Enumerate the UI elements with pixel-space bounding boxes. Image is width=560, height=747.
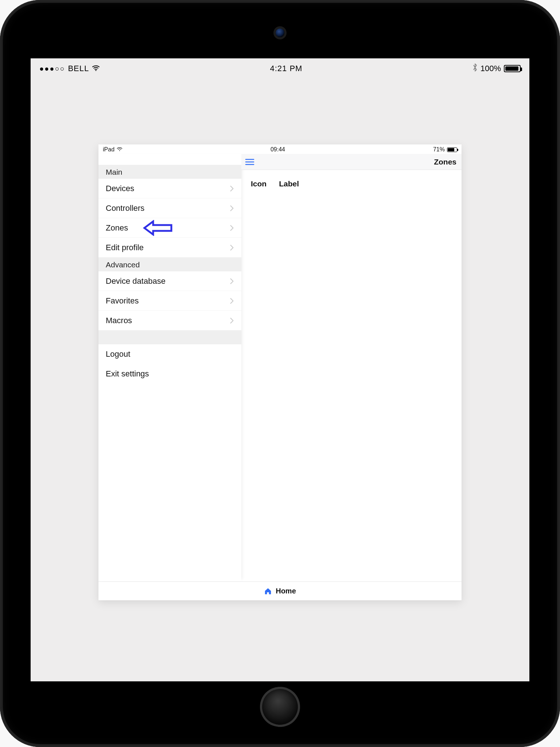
sidebar-item-label: Favorites — [106, 296, 139, 306]
screen: ●●●○○ BELL 4:21 PM — [31, 58, 529, 681]
tablet-frame: ●●●○○ BELL 4:21 PM — [0, 0, 560, 747]
detail-body: Icon Label — [241, 170, 462, 581]
battery-percent: 100% — [481, 64, 501, 73]
sidebar-item-label: Logout — [106, 349, 130, 359]
device-label: iPad — [103, 146, 114, 153]
home-icon[interactable] — [264, 588, 272, 595]
tab-bar: Home — [98, 581, 462, 600]
sidebar-item-exit-settings[interactable]: Exit settings — [98, 364, 241, 384]
sidebar-item-controllers[interactable]: Controllers — [98, 198, 241, 218]
section-header-advanced: Advanced — [98, 258, 241, 271]
section-gap — [98, 330, 241, 344]
battery-icon — [504, 65, 521, 72]
detail-pane: Zones Icon Label — [241, 154, 462, 581]
bluetooth-icon — [472, 63, 478, 74]
sidebar-item-zones[interactable]: Zones — [98, 218, 241, 238]
wifi-icon — [117, 147, 122, 152]
carrier-label: BELL — [68, 64, 89, 73]
sidebar-item-label: Zones — [106, 223, 128, 233]
sidebar-item-label: Devices — [106, 184, 134, 193]
tab-home-label[interactable]: Home — [276, 587, 296, 595]
sidebar-item-edit-profile[interactable]: Edit profile — [98, 238, 241, 258]
settings-sidebar: Main Devices Controllers — [98, 154, 241, 581]
signal-dots: ●●●○○ — [39, 65, 65, 73]
svg-point-1 — [119, 150, 120, 151]
status-time: 4:21 PM — [270, 64, 303, 73]
chevron-right-icon — [230, 278, 234, 285]
app-stage: iPad 09:44 71% — [31, 79, 529, 681]
chevron-right-icon — [230, 185, 234, 192]
hamburger-icon[interactable] — [245, 158, 254, 166]
column-header-label: Label — [279, 179, 299, 188]
inner-time: 09:44 — [271, 146, 285, 153]
sidebar-item-device-database[interactable]: Device database — [98, 271, 241, 291]
svg-point-0 — [96, 70, 97, 71]
hardware-home-button[interactable] — [260, 687, 300, 727]
chevron-right-icon — [230, 298, 234, 304]
chevron-right-icon — [230, 225, 234, 231]
sidebar-item-devices[interactable]: Devices — [98, 179, 241, 198]
inner-status-bar: iPad 09:44 71% — [98, 144, 462, 154]
sidebar-item-label: Macros — [106, 316, 132, 325]
pointer-arrow-icon — [142, 220, 174, 236]
chevron-right-icon — [230, 317, 234, 324]
outer-status-bar: ●●●○○ BELL 4:21 PM — [31, 58, 529, 79]
sidebar-item-favorites[interactable]: Favorites — [98, 291, 241, 311]
sidebar-item-label: Device database — [106, 276, 166, 286]
detail-nav-bar: Zones — [241, 154, 462, 170]
inner-battery-percent: 71% — [433, 146, 445, 153]
column-header-icon: Icon — [251, 179, 267, 188]
sidebar-item-logout[interactable]: Logout — [98, 344, 241, 364]
sidebar-item-label: Exit settings — [106, 369, 149, 379]
sidebar-item-label: Controllers — [106, 204, 144, 213]
front-camera — [276, 28, 284, 37]
app-window: iPad 09:44 71% — [98, 144, 462, 600]
column-headers: Icon Label — [251, 179, 452, 188]
sidebar-item-macros[interactable]: Macros — [98, 311, 241, 330]
sidebar-item-label: Edit profile — [106, 243, 144, 252]
chevron-right-icon — [230, 244, 234, 251]
detail-title: Zones — [434, 158, 456, 166]
wifi-icon — [92, 65, 100, 73]
chevron-right-icon — [230, 205, 234, 212]
battery-icon — [447, 147, 457, 152]
section-header-main: Main — [98, 165, 241, 179]
